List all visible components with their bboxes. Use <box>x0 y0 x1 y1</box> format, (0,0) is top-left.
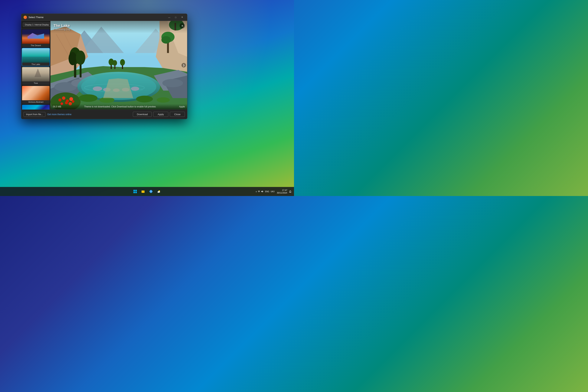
svg-point-33 <box>131 87 139 91</box>
footer-right: Download Apply Close <box>133 112 185 117</box>
app-icon <box>24 16 27 19</box>
svg-point-41 <box>62 96 66 100</box>
theme-name-ventura: Ventura Abstract <box>22 100 50 104</box>
theme-thumbnail-desert <box>22 30 50 44</box>
svg-point-48 <box>79 94 98 102</box>
theme-name-desert: The Desert <box>22 44 50 47</box>
window-content: Display 1: Internal Display ••• The Dese… <box>21 21 187 110</box>
svg-point-51 <box>156 98 170 103</box>
taskbar-center <box>132 188 162 195</box>
preview-theme-title: The Lake <box>54 24 184 28</box>
taskbar-time: 17:47 <box>277 189 287 192</box>
preview-not-downloaded-msg: Theme is not downloaded. Click Download … <box>84 105 156 108</box>
svg-point-16 <box>161 36 171 44</box>
theme-item-desert[interactable]: The Desert <box>22 30 50 47</box>
svg-point-38 <box>76 50 85 65</box>
svg-point-72 <box>159 192 160 192</box>
weather-button[interactable] <box>156 188 162 195</box>
svg-rect-64 <box>142 190 143 191</box>
preview-size: 58,5 MB <box>53 105 61 108</box>
volume-icon <box>261 190 264 193</box>
window-title: Select Theme <box>28 16 166 19</box>
lake-scene-svg <box>50 21 187 110</box>
apply-button[interactable]: Apply <box>153 112 168 117</box>
taskbar-date: 30/11/2024 <box>277 192 287 194</box>
svg-point-40 <box>58 98 62 102</box>
maximize-button[interactable]: □ <box>173 15 178 20</box>
download-button[interactable]: Download <box>133 112 152 117</box>
svg-point-36 <box>68 52 77 65</box>
svg-rect-62 <box>135 192 137 193</box>
sidebar: Display 1: Internal Display ••• The Dese… <box>21 21 50 110</box>
svg-point-56 <box>112 60 117 66</box>
svg-marker-73 <box>262 190 262 192</box>
theme-item-ventura[interactable]: Ventura Abstract <box>22 86 50 104</box>
language-indicator: ENG <box>265 190 269 192</box>
next-button[interactable]: ❯ <box>182 63 186 68</box>
taskbar: ∧ ENG UKX 17:47 30/11/2024 <box>0 187 294 196</box>
footer: Import from file... Get more themes onli… <box>21 110 187 119</box>
select-theme-window: Select Theme — □ ✕ Display 1: Internal D… <box>21 14 187 119</box>
taskbar-right: ∧ ENG UKX 17:47 30/11/2024 <box>256 189 292 194</box>
import-from-file-button[interactable]: Import from file... <box>24 112 46 117</box>
svg-rect-60 <box>135 190 137 191</box>
file-explorer-button[interactable] <box>140 188 146 195</box>
theme-thumbnail-tree <box>22 67 50 82</box>
get-more-themes-link[interactable]: Get more themes online <box>47 113 72 116</box>
sidebar-header: Display 1: Internal Display ••• <box>21 21 50 29</box>
expand-tray-icon[interactable]: ∧ <box>256 190 257 192</box>
close-button[interactable]: ✕ <box>179 15 185 20</box>
preview-theme-subtitle: Previewing Day <box>54 28 184 31</box>
preview-area: The Lake Previewing Day ⏸ ❯ 58,5 MB Them… <box>50 21 187 110</box>
close-action-button[interactable]: Close <box>170 112 185 117</box>
pause-button[interactable]: ⏸ <box>180 23 185 28</box>
theme-list: The Desert The Lake Tree Ventura Abstrac… <box>21 29 50 110</box>
svg-rect-61 <box>134 192 135 193</box>
title-bar: Select Theme — □ ✕ <box>21 14 187 21</box>
svg-point-47 <box>72 100 74 103</box>
theme-thumbnail-lake <box>22 48 50 62</box>
taskbar-datetime: 17:47 30/11/2024 <box>277 189 287 194</box>
svg-point-24 <box>162 79 183 87</box>
preview-credit: Apple <box>179 105 185 108</box>
minimize-button[interactable]: — <box>166 15 172 20</box>
preview-overlay-bottom: 58,5 MB Theme is not downloaded. Click D… <box>50 104 187 110</box>
preview-overlay-top: The Lake Previewing Day <box>50 21 187 33</box>
svg-point-58 <box>120 59 125 66</box>
theme-item-windows11[interactable]: Windows 11 <box>22 105 50 110</box>
theme-name-tree: Tree <box>22 82 50 85</box>
theme-thumbnail-windows11 <box>22 105 50 110</box>
svg-point-29 <box>93 86 102 91</box>
theme-item-lake[interactable]: The Lake <box>22 48 50 66</box>
system-tray-icons: ∧ <box>256 190 264 193</box>
svg-rect-59 <box>134 190 135 191</box>
footer-left: Import from file... Get more themes onli… <box>24 112 72 117</box>
theme-item-tree[interactable]: Tree <box>22 67 50 85</box>
keyboard-indicator: UKX <box>271 190 274 192</box>
theme-thumbnail-ventura <box>22 86 50 100</box>
display-selector[interactable]: Display 1: Internal Display <box>23 22 53 27</box>
start-button[interactable] <box>132 188 138 195</box>
svg-point-50 <box>136 96 153 102</box>
theme-name-lake: The Lake <box>22 62 50 66</box>
browser-button[interactable] <box>148 188 154 195</box>
wifi-icon <box>258 190 260 193</box>
window-controls: — □ ✕ <box>166 15 185 20</box>
notification-icon[interactable] <box>289 190 292 193</box>
